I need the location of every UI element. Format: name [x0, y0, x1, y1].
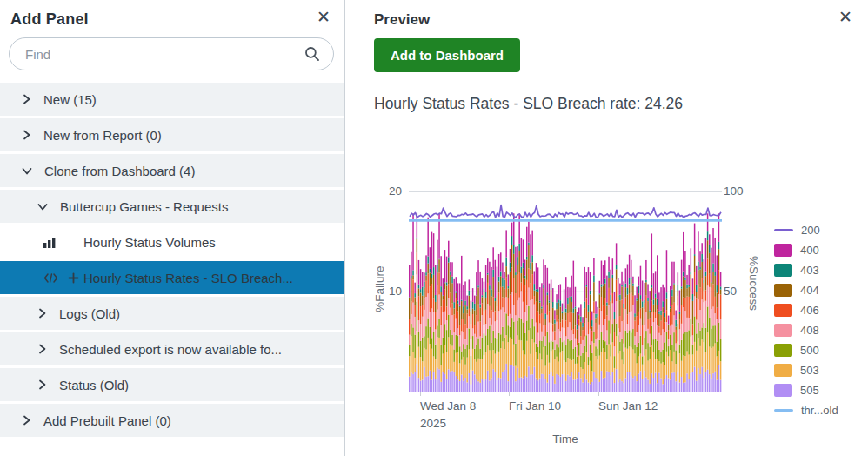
- panel-item-0[interactable]: New (15): [0, 83, 344, 116]
- panel-item-2[interactable]: Clone from Dashboard (4): [0, 154, 344, 187]
- legend-item-408[interactable]: 408: [774, 323, 838, 337]
- legend-swatch: [774, 304, 792, 317]
- panel-item-4[interactable]: Hourly Status Volumes: [0, 225, 344, 258]
- legend-label: 403: [800, 264, 819, 277]
- legend-item-500[interactable]: 500: [774, 343, 838, 357]
- chart-title: Hourly Status Rates - SLO Breach rate: 2…: [374, 95, 683, 113]
- legend-label: 500: [800, 344, 819, 357]
- panel-item-label: Hourly Status Volumes: [83, 235, 223, 250]
- panel-item-3[interactable]: Buttercup Games - Requests: [0, 190, 344, 223]
- panel-item-list: New (15)New from Report (0)Clone from Da…: [0, 83, 344, 437]
- close-icon[interactable]: ✕: [317, 9, 331, 25]
- panel-item-9[interactable]: Add Prebuilt Panel (0): [0, 404, 344, 437]
- panel-item-1[interactable]: New from Report (0): [0, 118, 344, 151]
- panel-item-label: Scheduled export is now available fo...: [59, 342, 289, 357]
- legend-label: 400: [800, 244, 819, 257]
- x-tick-label-jan8: Wed Jan 8 2025: [420, 398, 476, 433]
- panel-item-label: Add Prebuilt Panel (0): [43, 413, 178, 428]
- chevron-down-icon[interactable]: [37, 201, 49, 212]
- x-axis-title: Time: [409, 433, 722, 446]
- chevron-right-icon[interactable]: [21, 129, 32, 141]
- legend-item-throld[interactable]: thr...old: [774, 403, 838, 417]
- panel-item-label: Logs (Old): [59, 306, 127, 321]
- legend-item-403[interactable]: 403: [774, 263, 838, 277]
- chart-plot-area[interactable]: [409, 191, 722, 392]
- search-input[interactable]: [9, 37, 334, 70]
- preview-pane: Preview ✕ Add to Dashboard Hourly Status…: [346, 0, 868, 456]
- code-icon: [43, 272, 58, 284]
- panel-item-label: Status (Old): [59, 378, 136, 392]
- legend-swatch: [774, 409, 793, 412]
- panel-item-6[interactable]: Logs (Old): [0, 297, 344, 330]
- legend-label: 200: [801, 224, 820, 237]
- y-right-tick-100: 100: [724, 184, 744, 198]
- find-search: [9, 37, 334, 70]
- legend-swatch: [774, 244, 792, 257]
- plus-icon: [68, 272, 79, 284]
- chevron-down-icon[interactable]: [21, 165, 33, 177]
- x-tick-mark: [598, 392, 599, 396]
- panel-item-label: New (15): [43, 92, 103, 107]
- chart-legend: 200400403404406408500503505thr...old: [774, 223, 838, 423]
- x-tick-mark: [509, 392, 510, 396]
- panel-item-icons: [43, 272, 83, 284]
- legend-swatch: [774, 364, 792, 377]
- panel-item-label: Hourly Status Rates - SLO Breach...: [83, 271, 300, 285]
- add-panel-dialog: Add Panel ✕ New (15)New from Report (0)C…: [0, 0, 345, 456]
- legend-item-503[interactable]: 503: [774, 363, 838, 377]
- panel-item-5[interactable]: Hourly Status Rates - SLO Breach...: [0, 261, 344, 294]
- panel-item-label: Buttercup Games - Requests: [60, 199, 235, 214]
- y-axis-label-success: %Success: [747, 256, 760, 311]
- legend-item-400[interactable]: 400: [774, 243, 838, 257]
- legend-swatch: [774, 229, 793, 231]
- y-axis-label-failure: %Failure: [373, 245, 387, 332]
- legend-item-404[interactable]: 404: [774, 283, 838, 297]
- chevron-right-icon[interactable]: [37, 343, 48, 355]
- x-tick-mark: [420, 392, 421, 396]
- legend-swatch: [774, 324, 792, 337]
- legend-item-200[interactable]: 200: [774, 223, 838, 237]
- legend-label: 503: [800, 364, 819, 377]
- legend-swatch: [774, 384, 792, 397]
- y-left-tick-20: 20: [369, 184, 402, 198]
- legend-label: 406: [800, 304, 819, 317]
- add-panel-title: Add Panel: [10, 10, 89, 28]
- legend-item-406[interactable]: 406: [774, 303, 838, 317]
- bar-chart-icon: [43, 236, 56, 248]
- x-tick-label-jan12: Sun Jan 12: [598, 398, 658, 415]
- legend-label: 505: [800, 384, 819, 397]
- legend-label: 408: [800, 324, 819, 337]
- chevron-right-icon[interactable]: [37, 379, 48, 391]
- legend-label: thr...old: [801, 404, 838, 417]
- legend-swatch: [774, 264, 792, 277]
- legend-label: 404: [800, 284, 819, 297]
- preview-close-icon[interactable]: ✕: [838, 9, 852, 25]
- x-tick-label-jan10: Fri Jan 10: [509, 398, 561, 415]
- preview-title: Preview: [374, 11, 430, 29]
- chevron-right-icon[interactable]: [21, 93, 32, 105]
- panel-item-7[interactable]: Scheduled export is now available fo...: [0, 332, 344, 365]
- search-icon: [304, 46, 320, 65]
- stacked-bar-chart: [409, 191, 722, 392]
- panel-item-8[interactable]: Status (Old): [0, 368, 344, 401]
- legend-swatch: [774, 284, 792, 297]
- legend-swatch: [774, 344, 792, 357]
- y-right-tick-50: 50: [724, 285, 737, 298]
- legend-item-505[interactable]: 505: [774, 383, 838, 397]
- chevron-right-icon[interactable]: [37, 307, 48, 319]
- panel-item-label: New from Report (0): [43, 128, 169, 143]
- add-to-dashboard-button[interactable]: Add to Dashboard: [374, 38, 520, 72]
- panel-item-label: Clone from Dashboard (4): [44, 164, 202, 178]
- add-panel-header: Add Panel ✕: [0, 0, 344, 36]
- panel-item-icons: [43, 236, 83, 248]
- chevron-right-icon[interactable]: [21, 414, 32, 426]
